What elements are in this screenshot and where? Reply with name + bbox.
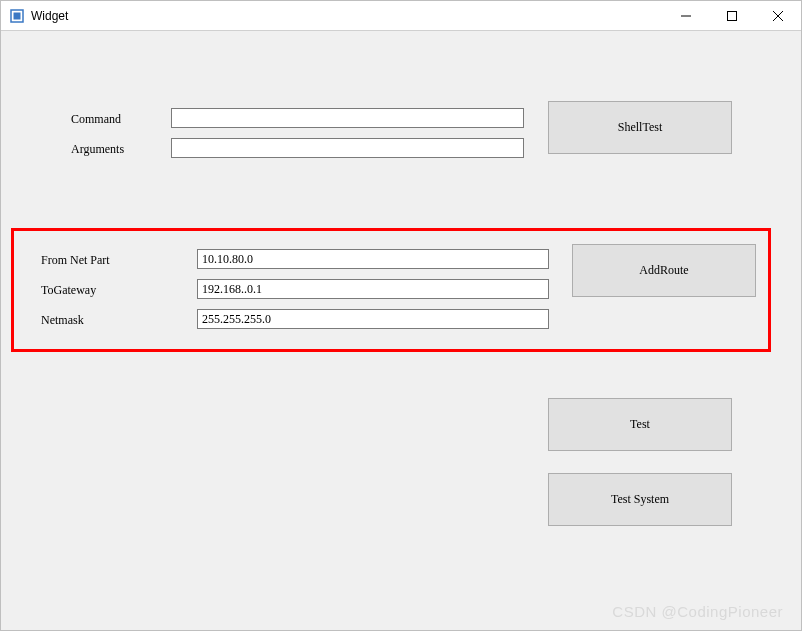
- shelltest-button-label: ShellTest: [618, 120, 663, 135]
- test-button-label: Test: [630, 417, 650, 432]
- app-icon: [9, 8, 25, 24]
- fromnet-input[interactable]: [197, 249, 549, 269]
- close-button[interactable]: [755, 1, 801, 30]
- netmask-label: Netmask: [41, 313, 84, 328]
- window-frame: Widget Command Arguments ShellTest From …: [0, 0, 802, 631]
- svg-rect-3: [728, 11, 737, 20]
- window-title: Widget: [31, 9, 68, 23]
- maximize-button[interactable]: [709, 1, 755, 30]
- test-button[interactable]: Test: [548, 398, 732, 451]
- arguments-input[interactable]: [171, 138, 524, 158]
- togateway-label: ToGateway: [41, 283, 96, 298]
- command-input[interactable]: [171, 108, 524, 128]
- netmask-input[interactable]: [197, 309, 549, 329]
- arguments-label: Arguments: [71, 142, 124, 157]
- svg-rect-1: [14, 12, 21, 19]
- addroute-button[interactable]: AddRoute: [572, 244, 756, 297]
- testsystem-button-label: Test System: [611, 492, 669, 507]
- command-label: Command: [71, 112, 121, 127]
- client-area: Command Arguments ShellTest From Net Par…: [1, 31, 801, 630]
- togateway-input[interactable]: [197, 279, 549, 299]
- shelltest-button[interactable]: ShellTest: [548, 101, 732, 154]
- fromnet-label: From Net Part: [41, 253, 110, 268]
- watermark: CSDN @CodingPioneer: [612, 603, 783, 620]
- titlebar[interactable]: Widget: [1, 1, 801, 31]
- testsystem-button[interactable]: Test System: [548, 473, 732, 526]
- minimize-button[interactable]: [663, 1, 709, 30]
- addroute-button-label: AddRoute: [639, 263, 688, 278]
